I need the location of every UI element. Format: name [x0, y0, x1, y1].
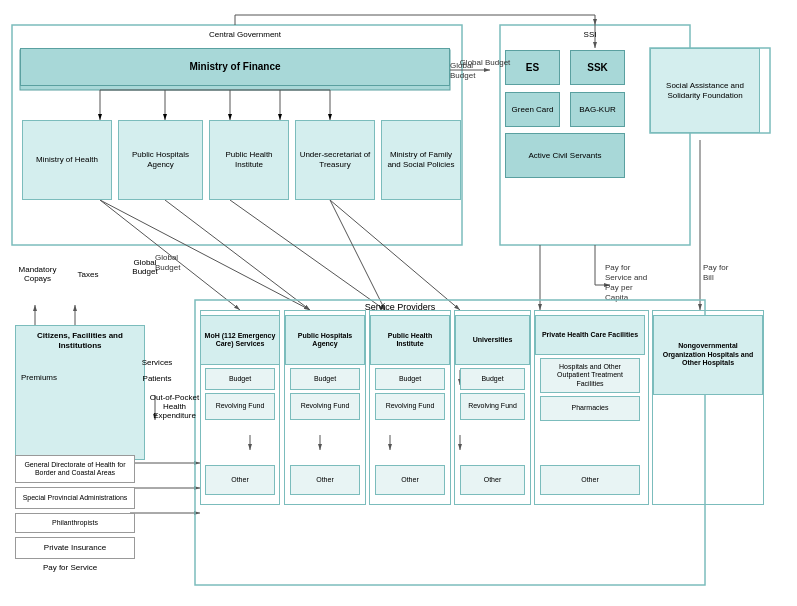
svg-text:Service and: Service and	[605, 273, 647, 282]
es-box: ES	[505, 50, 560, 85]
ssk-box: SSK	[570, 50, 625, 85]
ngo-container	[652, 310, 764, 505]
central-govt-label: Central Government	[170, 27, 320, 43]
public-health-institute-box: Public Health Institute	[209, 120, 289, 200]
svg-text:Bill: Bill	[703, 273, 714, 282]
svg-line-24	[165, 200, 310, 310]
services-label: Services	[132, 358, 182, 367]
undersecretariat-treasury-box: Under-secretariat of Treasury	[295, 120, 375, 200]
svg-line-26	[330, 200, 385, 310]
private-hc-container	[534, 310, 649, 505]
green-card-box: Green Card	[505, 92, 560, 127]
public-hospitals-agency-box: Public Hospitals Agency	[118, 120, 203, 200]
svg-line-27	[330, 200, 460, 310]
ministry-health-box: Ministry of Health	[22, 120, 112, 200]
diagram-container: Global Budget Global Budget Pay for Serv…	[0, 0, 797, 606]
philanthropists-box: Philanthropists	[15, 513, 135, 533]
phi-column-container	[369, 310, 451, 505]
ministry-family-box: Ministry of Family and Social Policies	[381, 120, 461, 200]
ssi-label: SSI	[565, 27, 615, 43]
social-assistance-box: Social Assistance and Solidarity Foundat…	[650, 48, 760, 133]
citizens-label: Citizens, Facilities and Institutions	[21, 331, 139, 350]
mandatory-copays-label: Mandatory Copays	[10, 265, 65, 283]
moh-column-container	[200, 310, 280, 505]
pay-for-service-bottom: Pay for Service	[20, 563, 120, 572]
univ-column-container	[454, 310, 531, 505]
patients-label: Patients	[132, 374, 182, 383]
svg-text:Pay for: Pay for	[605, 263, 631, 272]
private-insurance-box: Private Insurance	[15, 537, 135, 559]
out-of-pocket-label: Out-of-Pocket Health Expenditure	[142, 393, 207, 420]
bag-kur-box: BAG-KUR	[570, 92, 625, 127]
general-directorate-box: General Directorate of Health for Border…	[15, 455, 135, 483]
svg-text:Pay for: Pay for	[703, 263, 729, 272]
global-budget-lower-label: GlobalBudget	[115, 258, 175, 276]
citizens-box: Citizens, Facilities and Institutions Pr…	[15, 325, 145, 460]
svg-text:Budget: Budget	[450, 71, 476, 80]
svg-line-23	[100, 200, 310, 310]
svg-line-25	[230, 200, 385, 310]
svg-text:Capita: Capita	[605, 293, 629, 302]
svg-line-22	[100, 200, 240, 310]
active-civil-servants-box: Active Civil Servants	[505, 133, 625, 178]
ministry-finance-box: Ministry of Finance	[20, 48, 450, 86]
special-provincial-box: Special Provincial Administrations	[15, 487, 135, 509]
global-budget-label: Global Budget	[455, 58, 515, 67]
taxes-label: Taxes	[68, 270, 108, 279]
svg-text:Pay per: Pay per	[605, 283, 633, 292]
premiums-label: Premiums	[21, 373, 57, 383]
pha-column-container	[284, 310, 366, 505]
